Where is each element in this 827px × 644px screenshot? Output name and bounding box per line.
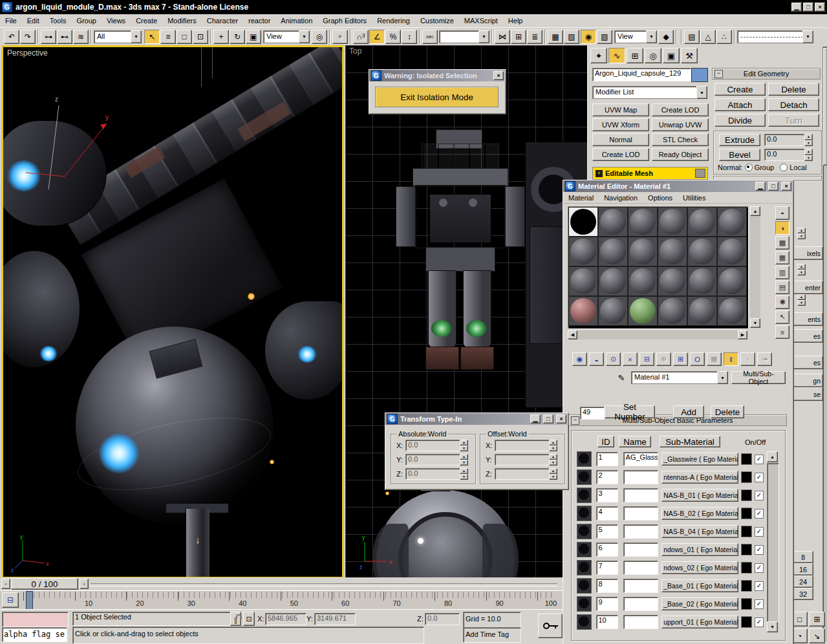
material-sample-slot[interactable] [568,237,598,266]
min-max-toggle-icon[interactable]: ↘ [809,628,825,643]
material-editor-titlebar[interactable]: G Material Editor - Material #1 ▁ □ × [563,180,793,192]
put-material-to-scene-icon[interactable]: ◒ [589,352,604,366]
material-sample-slot[interactable] [628,237,658,266]
bind-to-spacewarp-icon[interactable]: ≋ [73,30,89,44]
menu-item[interactable]: Tools [45,15,72,27]
add-time-tag-field[interactable]: Add Time Tag [463,627,521,643]
tab-hierarchy[interactable]: ⊞ [627,48,643,63]
offset-y-spinner[interactable]: ▲▼ [549,454,557,466]
tab-display[interactable]: ▣ [663,48,680,63]
material-sample-slot[interactable] [687,296,717,326]
close-icon[interactable]: × [493,71,504,80]
submaterial-onoff-checkbox[interactable]: ✓ [755,455,764,464]
material-editor-icon[interactable]: ◉ [581,30,596,44]
make-unique-icon[interactable]: ⊕ [656,352,671,366]
material-editor-menu-item[interactable]: Utilities [678,192,711,204]
prev-frame-button[interactable]: ‹ [1,579,10,589]
menu-item[interactable]: Character [202,15,243,27]
sample-type-icon[interactable]: ◓ [775,206,789,220]
table-scroll-up-icon[interactable]: ▲ [767,451,778,462]
close-icon[interactable]: × [781,182,791,191]
absolute-offset-toggle[interactable]: ⊡ [243,612,255,626]
material-sample-slot[interactable] [687,237,717,266]
material-editor-menu-item[interactable]: Material [563,192,599,204]
select-and-rotate-icon[interactable]: ↻ [230,30,245,44]
go-to-parent-icon[interactable]: ↑ [740,352,755,366]
menu-item[interactable]: reactor [243,15,275,27]
print-size-wizard-icon[interactable]: ▤ [684,30,700,44]
submaterial-preview[interactable] [577,596,592,612]
smoothing-group-button[interactable]: 24 [793,575,813,588]
object-name-field[interactable]: Argon_Liquid_capsule_129 [592,68,691,81]
quick-render-icon[interactable]: ◆ [658,30,674,44]
submaterial-button[interactable]: upport_01 ( Ego Material ) [661,616,738,628]
select-by-name-icon[interactable]: ≡ [160,30,176,44]
absolute-z-field[interactable]: 0.0 [405,468,461,480]
material-sample-slot[interactable] [717,207,747,237]
unlink-selection-icon[interactable]: ⊷ [57,30,72,44]
menu-item[interactable]: Create [131,15,162,27]
submaterial-preview[interactable] [577,506,592,521]
material-count-field[interactable]: 49 [580,407,605,420]
close-icon[interactable]: × [556,414,566,424]
dashed-dropdown[interactable]: -------------------------▼ [737,30,813,43]
named-selection-dropdown[interactable]: ▼ [439,30,489,43]
col-id-header[interactable]: ID [597,436,614,447]
modifier-button[interactable]: Create LOD [592,148,649,161]
material-sample-slot[interactable] [658,207,687,237]
set-number-button[interactable]: Set Number [605,405,655,418]
menu-item[interactable]: Group [71,15,102,27]
use-pivot-point-center-icon[interactable]: ◎ [312,30,327,44]
reference-coordsys-dropdown[interactable]: View▼ [263,30,310,43]
modifier-list-dropdown[interactable]: Modifier List▼ [592,86,707,99]
extrude-value-field[interactable]: 0.0 [764,134,806,146]
menu-item[interactable]: Customize [415,15,459,27]
viewport-perspective[interactable]: Perspective ↓ z [1,45,344,579]
modifier-stack-item[interactable]: + Editable Mesh [592,167,708,180]
render-scene-icon[interactable]: ▨ [597,30,612,44]
absolute-x-spinner[interactable]: ▲▼ [460,440,468,451]
absolute-y-spinner[interactable]: ▲▼ [460,454,468,466]
video-color-check-icon[interactable]: ▥ [775,266,789,279]
offset-x-field[interactable] [495,440,550,451]
close-button[interactable]: × [815,3,825,12]
material-sample-slot[interactable] [628,207,658,237]
scroll-down-icon[interactable]: ▼ [750,318,760,328]
edit-geometry-rollout-header[interactable]: − Edit Geometry [712,68,821,80]
maximize-icon[interactable]: □ [768,182,779,191]
submaterial-id-field[interactable]: 10 [596,615,618,629]
material-sample-slot[interactable] [717,237,747,266]
material-options-icon[interactable]: ✱ [775,295,789,309]
submaterial-onoff-checkbox[interactable]: ✓ [755,527,764,537]
submaterial-name-field[interactable] [623,506,659,521]
pick-material-eyedropper[interactable]: ✎ [615,372,628,383]
go-forward-to-sibling-icon[interactable]: ↠ [757,352,772,366]
submaterial-id-field[interactable]: 9 [596,597,618,611]
offset-y-field[interactable] [495,454,550,466]
zoom-extents-all-icon[interactable]: ⊞ [809,612,825,627]
edit-geometry-button[interactable]: Turn [768,114,819,127]
material-sample-slot[interactable] [598,207,628,237]
modifier-button[interactable]: STL Check [652,133,709,146]
modifier-button[interactable]: UVW Xform [592,118,649,131]
absolute-x-field[interactable]: 0.0 [405,440,461,451]
rollout-collapse-icon[interactable]: − [714,70,723,78]
submaterial-preview[interactable] [577,578,592,594]
table-scroll-track[interactable] [767,463,779,622]
submaterial-color-swatch[interactable] [741,508,752,519]
command-panel-scrollbar[interactable] [822,47,827,643]
z-coord-field[interactable]: 0.0 [425,613,460,625]
axis-constraints-icon[interactable]: △ [700,30,716,44]
edit-named-selection-sets-icon[interactable]: ABC [422,30,438,44]
table-scroll-down-icon[interactable]: ▼ [767,621,778,632]
submaterial-id-field[interactable]: 6 [596,542,618,557]
next-frame-button[interactable]: › [80,579,89,589]
submaterial-name-field[interactable] [623,561,659,575]
normal-group-radio[interactable] [745,164,753,171]
window-crossing-toggle-icon[interactable]: ⊡ [193,30,208,44]
maximize-icon[interactable]: □ [543,414,553,424]
select-and-uniform-scale-icon[interactable]: ▣ [246,30,261,44]
material-sample-slot[interactable] [658,296,687,326]
modifier-button[interactable]: UVW Map [592,103,649,116]
edit-geometry-button[interactable]: Detach [768,98,819,111]
